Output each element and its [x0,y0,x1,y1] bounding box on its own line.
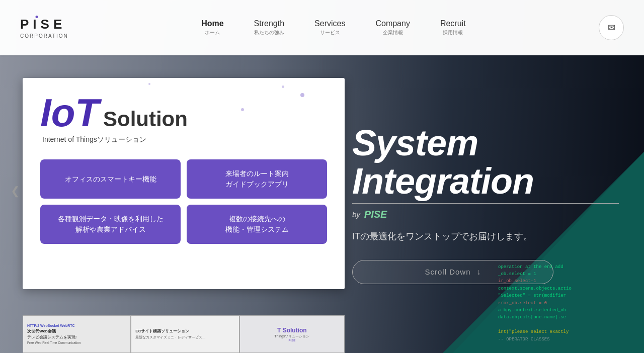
thumb-1[interactable]: ECサイト構築ソリューション 最新なカスタマイズミニ・レディサービス... [131,315,239,353]
logo-i: I [33,17,40,32]
decor-dot-3 [241,108,244,111]
hero-right-content: System Integration by PISE ITの最適化をワンストップ… [352,55,619,353]
iot-cards-grid: オフィスのスマートキー機能 来場者のルート案内 ガイドブックアプリ 各種観測デー… [40,159,327,244]
mail-button[interactable]: ✉ [599,15,624,40]
nav-services[interactable]: Services サービス [314,19,345,36]
thumb-1-desc: 最新なカスタマイズミニ・レディサービス... [135,335,205,340]
nav-home[interactable]: Home ホーム [201,19,223,36]
hero-description: ITの最適化をワンストップでお届けします。 [352,230,619,242]
thumb-2-sub: Thingsソリューション [274,334,309,339]
by-pise-line: by PISE [352,203,619,220]
thumb-2-brand: PISE [288,339,295,342]
nav-company[interactable]: Company 企業情報 [375,19,410,36]
iot-card-2: 各種観測データ・映像を利用した 解析や農業アドバイス [40,205,181,244]
thumbnail-strip: HTTP/2 WebSocket WebRTC 次世代Web会議 テレビ会議シス… [23,315,345,353]
carousel-prev-button[interactable]: ❮ [6,182,24,200]
decor-dot-2 [282,85,284,88]
logo-area: P I S E CORPORATION [20,17,68,39]
mail-icon: ✉ [608,22,615,33]
logo-e: E [53,17,66,32]
logo-s: S [41,17,53,32]
thumb-2-t: T Solution [277,327,307,334]
iot-subtitle: Internet of Thingsソリューション [40,135,327,144]
iot-card-3: 複数の接続先への 機能・管理システム [187,205,327,244]
logo-corporation: CORPORATION [20,33,68,39]
hero-title: System Integration [352,124,619,200]
header: P I S E CORPORATION Home ホーム Strength 私た… [0,0,644,55]
hero-title-line2: Integration [352,161,534,201]
thumb-0[interactable]: HTTP/2 WebSocket WebRTC 次世代Web会議 テレビ会議シス… [23,315,131,353]
thumb-0-line1: 次世代Web会議 [27,328,56,334]
thumb-0-line2: テレビ会議システムを実現! [27,335,76,340]
thumb-1-title: ECサイト構築ソリューション [135,328,189,334]
thumb-0-desc: Free Web Real Time Communication [27,341,80,344]
pise-brand-label: PISE [364,209,387,220]
main-nav: Home ホーム Strength 私たちの強み Services サービス C… [201,19,465,36]
iot-solution-label: Solution [103,109,188,130]
scroll-down-button[interactable]: Scroll Down ↓ [352,260,553,284]
by-label: by [352,210,360,219]
decor-dot-4 [148,83,150,85]
iot-card-1: 来場者のルート案内 ガイドブックアプリ [187,159,327,199]
logo-p: P [20,17,33,32]
thumb-2[interactable]: T Solution Thingsソリューション PISE [239,315,345,353]
hero-title-line1: System [352,123,478,163]
scroll-down-arrow-icon: ↓ [477,268,481,277]
decor-dot-1 [300,93,304,97]
scroll-btn-label: Scroll Down [425,268,470,276]
iot-card-0: オフィスのスマートキー機能 [40,159,181,199]
thumb-0-title: HTTP/2 WebSocket WebRTC [27,324,75,327]
slide-panel: IoT Solution Internet of Thingsソリューション オ… [23,78,345,289]
nav-strength[interactable]: Strength 私たちの強み [254,19,284,36]
chevron-left-icon: ❮ [11,185,20,198]
nav-recruit[interactable]: Recruit 採用情報 [440,19,466,36]
iot-label: IoT [40,93,99,132]
iot-title: IoT Solution [40,93,327,132]
logo-wrapper: P I S E CORPORATION [20,17,68,39]
